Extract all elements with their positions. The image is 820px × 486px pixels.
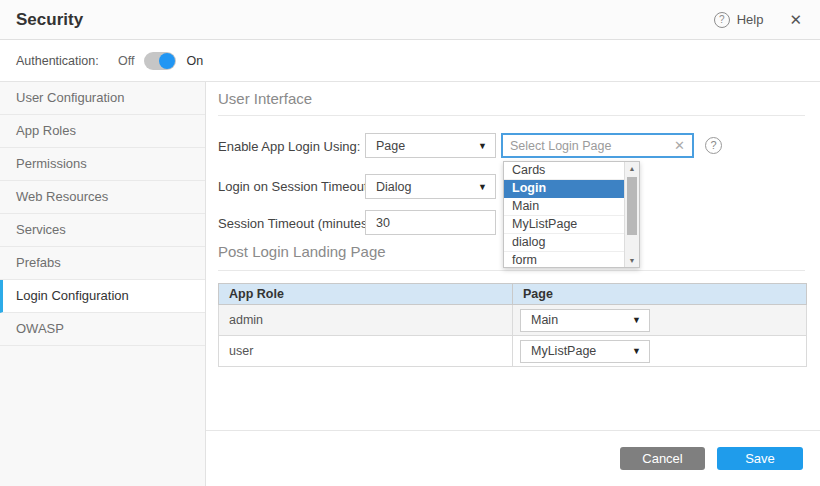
dropdown-option-main[interactable]: Main [504, 198, 624, 216]
authentication-toggle[interactable] [144, 52, 176, 70]
footer-divider [206, 430, 820, 431]
authentication-row: Authentication: Off On [0, 41, 820, 82]
sidebar-item-permissions[interactable]: Permissions [0, 148, 205, 181]
chevron-down-icon: ▼ [632, 346, 641, 356]
column-header-app-role: App Role [219, 287, 512, 301]
scroll-down-icon[interactable]: ▼ [625, 254, 639, 267]
login-configuration-panel: User Interface Enable App Login Using: P… [206, 82, 820, 486]
sidebar-item-prefabs[interactable]: Prefabs [0, 247, 205, 280]
session-timeout-minutes-label: Session Timeout (minutes): [218, 216, 376, 231]
cancel-button[interactable]: Cancel [620, 447, 705, 470]
enable-app-login-select[interactable]: Page ▼ [365, 133, 496, 158]
section-divider [218, 270, 805, 271]
titlebar-actions: ? Help ✕ [714, 11, 802, 29]
session-timeout-login-value: Dialog [376, 180, 411, 194]
close-icon[interactable]: ✕ [789, 11, 802, 29]
scroll-up-icon[interactable]: ▲ [625, 162, 639, 175]
scrollbar-thumb[interactable] [627, 177, 637, 235]
table-row: admin Main ▼ [218, 305, 807, 336]
enable-app-login-value: Page [376, 139, 405, 153]
dropdown-option-form[interactable]: form [504, 252, 624, 268]
toggle-knob [159, 53, 175, 69]
field-help-icon[interactable]: ? [705, 137, 722, 154]
sidebar-item-web-resources[interactable]: Web Resources [0, 181, 205, 214]
dropdown-option-cards[interactable]: Cards [504, 162, 624, 180]
save-button[interactable]: Save [717, 447, 803, 470]
session-timeout-login-select[interactable]: Dialog ▼ [365, 174, 496, 199]
chevron-down-icon: ▼ [632, 315, 641, 325]
authentication-label: Authentication: [16, 54, 118, 68]
sidebar-item-login-configuration[interactable]: Login Configuration [0, 280, 205, 313]
sidebar-item-owasp[interactable]: OWASP [0, 313, 205, 346]
page-cell: Main ▼ [512, 305, 806, 335]
page-cell: MyListPage ▼ [512, 336, 806, 366]
user-page-select[interactable]: MyListPage ▼ [520, 340, 650, 363]
clear-icon[interactable]: ✕ [674, 138, 685, 153]
session-timeout-minutes-input[interactable] [365, 210, 496, 235]
dropdown-option-mylistpage[interactable]: MyListPage [504, 216, 624, 234]
page-title: Security [16, 10, 83, 30]
app-role-cell: user [219, 336, 512, 366]
titlebar: Security ? Help ✕ [0, 0, 820, 40]
post-login-table: App Role Page admin Main ▼ user MyListPa… [218, 283, 807, 367]
sidebar-item-app-roles[interactable]: App Roles [0, 115, 205, 148]
dropdown-option-login[interactable]: Login [504, 180, 624, 198]
app-role-cell: admin [219, 305, 512, 335]
toggle-off-label: Off [118, 54, 134, 68]
dropdown-option-dialog[interactable]: dialog [504, 234, 624, 252]
login-page-search-input[interactable] [510, 139, 674, 153]
toggle-on-label: On [186, 54, 203, 68]
session-timeout-login-label: Login on Session Timeout: [218, 179, 371, 194]
help-link[interactable]: Help [737, 12, 764, 27]
enable-app-login-label: Enable App Login Using: [218, 139, 360, 154]
admin-page-select[interactable]: Main ▼ [520, 309, 650, 332]
admin-page-value: Main [531, 313, 558, 327]
dropdown-option-list: Cards Login Main MyListPage dialog form [504, 162, 624, 268]
chevron-down-icon: ▼ [478, 182, 487, 192]
chevron-down-icon: ▼ [478, 141, 487, 151]
column-header-page: Page [512, 284, 806, 304]
user-interface-section-title: User Interface [218, 90, 312, 107]
login-page-dropdown: Cards Login Main MyListPage dialog form … [503, 161, 640, 268]
post-login-section-title: Post Login Landing Page [218, 243, 386, 260]
sidebar-item-services[interactable]: Services [0, 214, 205, 247]
login-page-search-box: ✕ [501, 133, 694, 158]
sidebar-item-user-configuration[interactable]: User Configuration [0, 82, 205, 115]
help-icon[interactable]: ? [714, 12, 730, 28]
table-row: user MyListPage ▼ [218, 336, 807, 367]
user-page-value: MyListPage [531, 344, 596, 358]
section-divider [218, 115, 805, 116]
sidebar: User Configuration App Roles Permissions… [0, 82, 206, 486]
table-header-row: App Role Page [218, 283, 807, 305]
security-dialog: Security ? Help ✕ Authentication: Off On… [0, 0, 820, 486]
dropdown-scrollbar[interactable]: ▲ ▼ [624, 162, 639, 267]
